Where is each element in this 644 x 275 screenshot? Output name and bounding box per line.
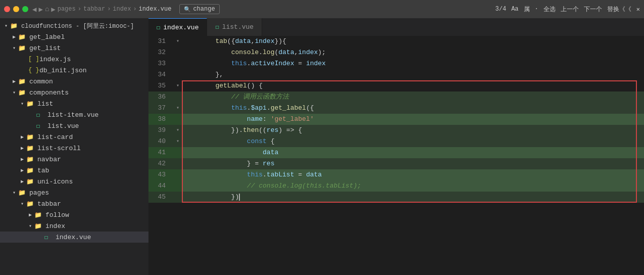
table-row: 36 // 调用云函数方法 (148, 91, 644, 103)
dot-btn[interactable]: · (535, 6, 538, 13)
sidebar-item-list-card[interactable]: ▶ 📁 list-card (0, 131, 148, 143)
breadcrumb-sep-2: › (107, 6, 111, 13)
tab-index-vue[interactable]: ◻ index.vue (148, 18, 207, 36)
sidebar-item-index-js[interactable]: [ ] index.js (0, 54, 148, 65)
tab-label: index.vue (163, 24, 199, 31)
font-btn[interactable]: 属 (524, 5, 530, 14)
folder-icon: 📁 (34, 211, 43, 219)
sidebar-item-pages[interactable]: ▾ 📁 pages (0, 187, 148, 198)
sidebar-item-list-vue[interactable]: ◻ list.vue (0, 120, 148, 131)
prev-btn[interactable]: 上一个 (561, 5, 579, 14)
fold-icon (174, 69, 182, 80)
table-row: 37 ▾ this.$api.get_label({ (148, 103, 644, 114)
sidebar-item-tabbar[interactable]: ▾ 📁 tabbar (0, 198, 148, 209)
sidebar-item-label: get_label (29, 33, 65, 41)
next-btn[interactable]: 下一个 (584, 5, 602, 14)
main-area: ▾ 📁 cloudfunctions - [阿里云:imooc-] ▶ 📁 ge… (0, 18, 644, 275)
sidebar-item-list-scroll[interactable]: ▶ 📁 list-scroll (0, 143, 148, 154)
replace-btn[interactable]: 替换《《 (607, 5, 631, 14)
nav-back-btn[interactable]: ◀ (32, 5, 36, 14)
table-row: 33 this.activeIndex = index (148, 58, 644, 69)
chevron-right-icon: ▶ (18, 167, 26, 173)
fold-icon[interactable]: ▾ (174, 80, 182, 91)
table-row: 43 this.tabList = data (148, 169, 644, 180)
json-file-icon: { } (28, 67, 37, 74)
code-editor[interactable]: 31 ▾ tab({data,index}){ 32 console.log(d… (148, 36, 644, 275)
line-number: 42 (148, 158, 174, 169)
sidebar-item-get_label[interactable]: ▶ 📁 get_label (0, 31, 148, 42)
sidebar-item-list[interactable]: ▾ 📁 list (0, 98, 148, 109)
fold-icon (174, 58, 182, 69)
sidebar-item-index-folder[interactable]: ▾ 📁 index (0, 220, 148, 232)
table-row: 31 ▾ tab({data,index}){ (148, 36, 644, 47)
sidebar-item-follow[interactable]: ▶ 📁 follow (0, 209, 148, 220)
sidebar-item-uni-icons[interactable]: ▶ 📁 uni-icons (0, 176, 148, 187)
fold-icon[interactable]: ▾ (174, 103, 182, 114)
chevron-down-icon: ▾ (18, 101, 26, 107)
line-number: 31 (148, 36, 174, 47)
line-number: 38 (148, 114, 174, 125)
folder-icon: 📁 (26, 178, 35, 186)
close-search-btn[interactable]: ✕ (636, 6, 640, 13)
fold-icon (174, 158, 182, 169)
sidebar-item-db-init[interactable]: { } db_init.json (0, 65, 148, 76)
editor-area: ◻ index.vue ◻ list.vue (148, 18, 644, 275)
chevron-down-icon: ▾ (2, 23, 10, 29)
sidebar-item-navbar[interactable]: ▶ 📁 navbar (0, 154, 148, 165)
folder-icon: 📁 (26, 100, 35, 108)
search-box[interactable]: 🔍 change (179, 4, 219, 14)
title-bar: ◀ ▶ ⌂ ▶ pages › tabbar › index › index.v… (0, 0, 644, 18)
sidebar-item-label: follow (45, 211, 69, 219)
table-row: 32 console.log(data,index); (148, 47, 644, 58)
sidebar-item-label: cloudfunctions - [阿里云:imooc-] (21, 22, 134, 30)
breadcrumb: pages › tabbar › index › index.vue (58, 6, 172, 13)
editor-tabs: ◻ index.vue ◻ list.vue (148, 18, 644, 36)
vue-file-icon: ◻ (36, 111, 45, 119)
sidebar-item-list-item-vue[interactable]: ◻ list-item.vue (0, 109, 148, 120)
sidebar-item-label: uni-icons (37, 178, 73, 186)
sidebar-item-index-vue[interactable]: ◻ index.vue (0, 232, 148, 243)
vue-tab-icon: ◻ (215, 23, 219, 31)
select-all-btn[interactable]: 全选 (543, 5, 556, 14)
sidebar-item-get_list[interactable]: ▾ 📁 get_list (0, 42, 148, 54)
sidebar-item-label: list-card (37, 133, 73, 141)
nav-home-icon: ⌂ (45, 5, 49, 13)
sidebar-item-common[interactable]: ▶ 📁 common (0, 76, 148, 87)
line-number: 39 (148, 125, 174, 136)
page-counter: 3/4 (496, 6, 507, 13)
line-code: data (182, 147, 644, 158)
line-code: } = res (182, 158, 644, 169)
breadcrumb-sep-3: › (133, 6, 136, 13)
window-close-btn[interactable] (4, 6, 10, 12)
table-row: 40 ▾ const { (148, 136, 644, 147)
search-value: change (193, 6, 215, 13)
tab-list-vue[interactable]: ◻ list.vue (207, 18, 262, 36)
title-nav: ◀ ▶ ⌂ ▶ pages › tabbar › index › index.v… (32, 5, 171, 14)
breadcrumb-segment-3: index (113, 6, 131, 13)
sidebar-item-components[interactable]: ▾ 📁 components (0, 87, 148, 98)
folder-icon: 📁 (26, 133, 35, 141)
fold-icon[interactable]: ▾ (174, 36, 182, 47)
fold-icon[interactable]: ▾ (174, 125, 182, 136)
folder-icon: 📁 (26, 145, 35, 152)
font-size-btn[interactable]: Aa (511, 6, 518, 13)
chevron-down-icon: ▾ (18, 201, 26, 207)
folder-icon: 📁 (10, 22, 19, 30)
line-number: 41 (148, 147, 174, 158)
line-code: }).then((res) => { (182, 125, 644, 136)
line-number: 33 (148, 58, 174, 69)
table-row: 35 ▾ getLabel() { (148, 80, 644, 91)
table-row: 39 ▾ }).then((res) => { (148, 125, 644, 136)
sidebar-item-tab[interactable]: ▶ 📁 tab (0, 165, 148, 176)
code-table: 31 ▾ tab({data,index}){ 32 console.log(d… (148, 36, 644, 203)
window-min-btn[interactable] (13, 6, 19, 12)
fold-icon[interactable]: ▾ (174, 136, 182, 147)
chevron-down-icon: ▾ (10, 190, 18, 196)
folder-icon: 📁 (26, 167, 35, 174)
line-number: 45 (148, 192, 174, 203)
line-code: tab({data,index}){ (182, 36, 644, 47)
window-max-btn[interactable] (22, 6, 28, 12)
sidebar-item-cloudfunctions[interactable]: ▾ 📁 cloudfunctions - [阿里云:imooc-] (0, 20, 148, 31)
toolbar-right: 3/4 Aa 属 · 全选 上一个 下一个 替换《《 ✕ (496, 5, 640, 14)
nav-forward-btn[interactable]: ▶ (38, 5, 42, 14)
